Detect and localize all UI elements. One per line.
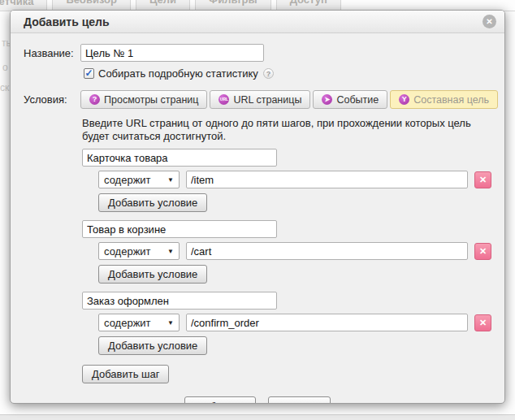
goal-step-1: содержит ▼ ✕ Добавить условие bbox=[82, 149, 491, 212]
condition-row: содержит ▼ ✕ bbox=[98, 171, 491, 188]
tab-label: URL страницы bbox=[233, 94, 301, 106]
match-type-select[interactable]: содержит ▼ bbox=[98, 242, 180, 260]
match-type-value: содержит bbox=[104, 317, 151, 329]
condition-url-input[interactable] bbox=[186, 242, 468, 260]
step-name-input[interactable] bbox=[82, 292, 277, 310]
chevron-down-icon: ▼ bbox=[167, 319, 174, 327]
dialog-titlebar: Добавить цель ✕ bbox=[11, 11, 504, 33]
goal-step-2: содержит ▼ ✕ Добавить условие bbox=[82, 220, 491, 284]
tab-composite-goal[interactable]: Y Составная цель bbox=[390, 90, 498, 109]
step-name-input[interactable] bbox=[82, 220, 277, 238]
name-label: Название: bbox=[24, 47, 80, 59]
delete-condition-button[interactable]: ✕ bbox=[474, 314, 491, 331]
steps-list: содержит ▼ ✕ Добавить условие содержит ▼ bbox=[82, 149, 491, 355]
chevron-down-icon: ▼ bbox=[167, 176, 174, 184]
collect-stats-checkbox[interactable]: ✓ bbox=[84, 68, 94, 79]
pageviews-icon: ? bbox=[89, 94, 100, 105]
condition-url-input[interactable] bbox=[186, 314, 468, 331]
delete-condition-button[interactable]: ✕ bbox=[474, 171, 491, 188]
collect-stats-label: Собирать подробную статистику bbox=[98, 67, 258, 80]
delete-condition-button[interactable]: ✕ bbox=[474, 243, 491, 260]
add-condition-button[interactable]: Добавить условие bbox=[98, 336, 207, 355]
submit-button[interactable]: Добавить bbox=[184, 396, 255, 404]
event-cursor-icon: ➤ bbox=[322, 94, 332, 105]
tab-event[interactable]: ➤ Событие bbox=[313, 90, 387, 109]
tab-label: Событие bbox=[336, 94, 379, 106]
cancel-button[interactable]: Отмена bbox=[268, 396, 331, 404]
match-type-select[interactable]: содержит ▼ bbox=[98, 314, 180, 331]
url-icon: URL bbox=[219, 94, 229, 105]
add-condition-button[interactable]: Добавить условие bbox=[98, 193, 207, 212]
tab-pageviews[interactable]: ? Просмотры страниц bbox=[80, 90, 207, 109]
match-type-value: содержит bbox=[104, 245, 151, 258]
conditions-row: Условия: ? Просмотры страниц URL URL стр… bbox=[24, 90, 491, 109]
add-goal-dialog: Добавить цель ✕ Название: ✓ Собирать под… bbox=[10, 10, 505, 404]
match-type-value: содержит bbox=[104, 174, 151, 186]
collect-stats-row: ✓ Собирать подробную статистику ? bbox=[84, 67, 491, 80]
condition-row: содержит ▼ ✕ bbox=[98, 314, 491, 331]
goal-name-input[interactable] bbox=[80, 44, 264, 62]
tab-page-url[interactable]: URL URL страницы bbox=[210, 90, 310, 109]
add-condition-button[interactable]: Добавить условие bbox=[98, 265, 207, 284]
conditions-label: Условия: bbox=[24, 90, 80, 106]
background-text-fragment: ск bbox=[0, 82, 9, 93]
tab-label: Составная цель bbox=[413, 94, 489, 106]
instruction-text: Введите URL страниц от одного до пяти ша… bbox=[82, 117, 498, 143]
chevron-down-icon: ▼ bbox=[167, 248, 174, 255]
condition-row: содержит ▼ ✕ bbox=[98, 242, 491, 260]
step-name-input[interactable] bbox=[82, 149, 277, 167]
tab-label: Просмотры страниц bbox=[104, 94, 198, 106]
condition-type-tabs: ? Просмотры страниц URL URL страницы ➤ С… bbox=[80, 90, 498, 109]
close-icon[interactable]: ✕ bbox=[483, 15, 496, 28]
background-text-fragment: о bbox=[2, 62, 8, 73]
condition-url-input[interactable] bbox=[186, 171, 468, 188]
goal-name-row: Название: bbox=[24, 44, 491, 62]
background-bottom-strip bbox=[0, 414, 515, 420]
dialog-title: Добавить цель bbox=[24, 15, 483, 28]
dialog-footer: Добавить Отмена bbox=[24, 396, 491, 404]
match-type-select[interactable]: содержит ▼ bbox=[98, 171, 180, 188]
composite-goal-icon: Y bbox=[399, 94, 409, 105]
goal-step-3: содержит ▼ ✕ Добавить условие bbox=[82, 292, 491, 355]
help-icon[interactable]: ? bbox=[263, 68, 274, 79]
add-step-button[interactable]: Добавить шаг bbox=[82, 365, 169, 383]
